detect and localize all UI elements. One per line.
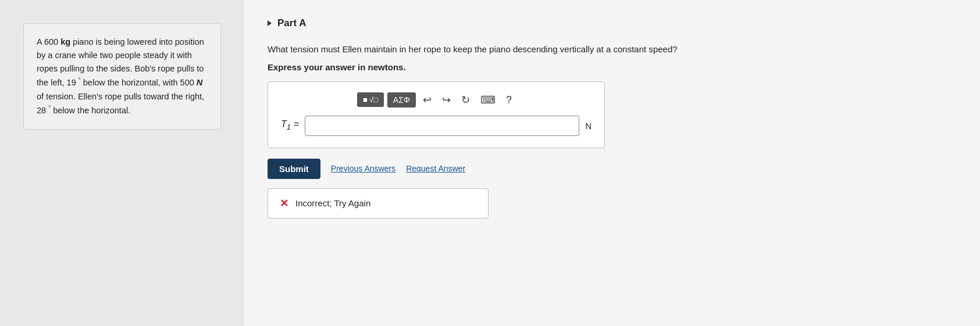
var-label: T1 = (281, 119, 299, 131)
math-button[interactable]: ■ √□ (357, 92, 384, 107)
keyboard-icon: ⌨ (480, 94, 496, 106)
problem-box: A 600 kg piano is being lowered into pos… (23, 23, 221, 130)
refresh-icon: ↻ (461, 94, 470, 106)
express-label: Express your answer in newtons. (268, 62, 957, 72)
problem-text: A 600 kg piano is being lowered into pos… (37, 37, 204, 115)
left-panel: A 600 kg piano is being lowered into pos… (0, 0, 244, 326)
math-icon: ■ (363, 95, 368, 104)
toolbar: ■ √□ ΑΣΦ ↩ ↪ ↻ ⌨ ? (281, 92, 591, 108)
answer-area: ■ √□ ΑΣΦ ↩ ↪ ↻ ⌨ ? T1 = (268, 81, 605, 148)
input-row: T1 = N (281, 116, 591, 136)
greek-label: ΑΣΦ (393, 95, 410, 105)
submit-button[interactable]: Submit (268, 159, 320, 179)
undo-button[interactable]: ↩ (419, 92, 435, 108)
redo-button[interactable]: ↪ (439, 92, 454, 108)
keyboard-button[interactable]: ⌨ (477, 92, 499, 108)
question-text: What tension must Ellen maintain in her … (268, 43, 768, 56)
action-row: Submit Previous Answers Request Answer (268, 159, 957, 179)
sqrt-icon: √□ (369, 95, 378, 104)
refresh-button[interactable]: ↻ (458, 92, 473, 108)
collapse-icon[interactable] (268, 20, 272, 26)
request-answer-button[interactable]: Request Answer (406, 164, 465, 173)
feedback-text: Incorrect; Try Again (295, 198, 370, 208)
greek-button[interactable]: ΑΣΦ (387, 92, 416, 108)
part-title: Part A (277, 17, 306, 29)
right-panel: Part A What tension must Ellen maintain … (244, 0, 980, 326)
feedback-box: ✕ Incorrect; Try Again (268, 188, 489, 218)
answer-input[interactable] (305, 116, 579, 136)
part-header: Part A (268, 17, 957, 29)
help-icon: ? (506, 94, 512, 106)
previous-answers-button[interactable]: Previous Answers (331, 164, 395, 173)
help-button[interactable]: ? (503, 92, 515, 108)
incorrect-icon: ✕ (280, 197, 288, 210)
undo-icon: ↩ (423, 94, 432, 106)
redo-icon: ↪ (442, 94, 451, 106)
unit-label: N (585, 121, 591, 131)
